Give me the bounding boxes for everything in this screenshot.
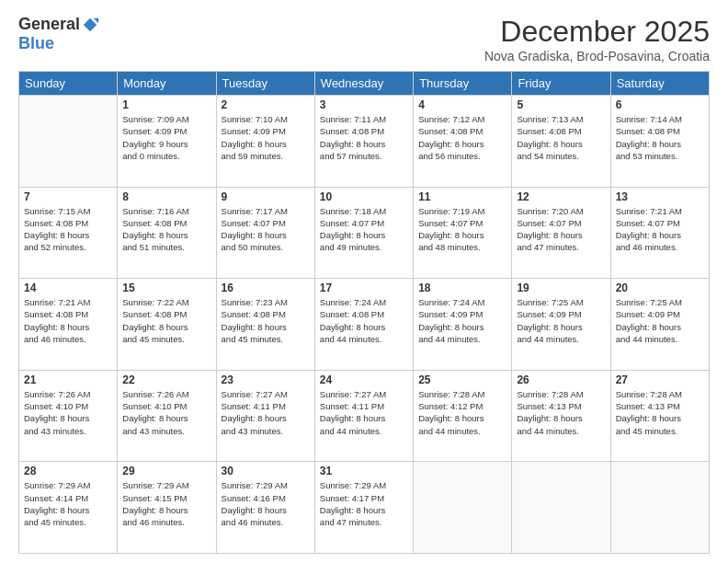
day-number: 21 [24,373,112,386]
day-info: Sunrise: 7:21 AM Sunset: 4:07 PM Dayligh… [616,205,704,254]
calendar-cell: 10Sunrise: 7:18 AM Sunset: 4:07 PM Dayli… [314,187,413,279]
day-info: Sunrise: 7:13 AM Sunset: 4:08 PM Dayligh… [517,113,605,162]
day-number: 18 [418,282,506,294]
day-info: Sunrise: 7:28 AM Sunset: 4:13 PM Dayligh… [517,388,605,437]
weekday-header-friday: Friday [512,72,610,96]
day-info: Sunrise: 7:25 AM Sunset: 4:09 PM Dayligh… [517,296,605,345]
day-info: Sunrise: 7:12 AM Sunset: 4:08 PM Dayligh… [418,113,506,162]
calendar-cell: 31Sunrise: 7:29 AM Sunset: 4:17 PM Dayli… [314,462,413,554]
calendar-cell: 14Sunrise: 7:21 AM Sunset: 4:08 PM Dayli… [19,279,118,371]
day-number: 19 [517,282,605,294]
calendar-cell: 21Sunrise: 7:26 AM Sunset: 4:10 PM Dayli… [19,370,118,462]
day-info: Sunrise: 7:29 AM Sunset: 4:14 PM Dayligh… [24,479,112,528]
weekday-header-tuesday: Tuesday [216,72,314,96]
weekday-header-wednesday: Wednesday [314,72,413,96]
calendar-cell: 29Sunrise: 7:29 AM Sunset: 4:15 PM Dayli… [118,462,216,554]
day-info: Sunrise: 7:24 AM Sunset: 4:09 PM Dayligh… [418,296,506,345]
calendar-cell: 8Sunrise: 7:16 AM Sunset: 4:08 PM Daylig… [118,187,216,279]
day-info: Sunrise: 7:20 AM Sunset: 4:07 PM Dayligh… [517,205,605,254]
day-number: 4 [418,98,506,111]
day-number: 24 [320,373,408,386]
calendar-cell: 23Sunrise: 7:27 AM Sunset: 4:11 PM Dayli… [216,370,314,462]
weekday-header-thursday: Thursday [414,72,512,96]
day-number: 6 [616,98,704,111]
week-row-5: 28Sunrise: 7:29 AM Sunset: 4:14 PM Dayli… [19,462,710,554]
calendar-cell: 16Sunrise: 7:23 AM Sunset: 4:08 PM Dayli… [216,279,314,371]
day-number: 8 [122,190,210,203]
day-info: Sunrise: 7:24 AM Sunset: 4:08 PM Dayligh… [320,296,408,345]
day-number: 11 [418,190,506,203]
calendar-cell: 18Sunrise: 7:24 AM Sunset: 4:09 PM Dayli… [414,279,512,371]
calendar-cell: 24Sunrise: 7:27 AM Sunset: 4:11 PM Dayli… [314,370,413,462]
day-info: Sunrise: 7:25 AM Sunset: 4:09 PM Dayligh… [616,296,704,345]
weekday-header-sunday: Sunday [19,72,118,96]
day-number: 15 [122,282,210,294]
day-number: 22 [122,373,210,386]
day-info: Sunrise: 7:28 AM Sunset: 4:13 PM Dayligh… [616,388,704,437]
day-info: Sunrise: 7:09 AM Sunset: 4:09 PM Dayligh… [122,113,210,162]
calendar-cell: 25Sunrise: 7:28 AM Sunset: 4:12 PM Dayli… [414,370,512,462]
weekday-header-saturday: Saturday [610,72,709,96]
day-info: Sunrise: 7:11 AM Sunset: 4:08 PM Dayligh… [320,113,408,162]
weekday-header-monday: Monday [118,72,216,96]
calendar-cell: 20Sunrise: 7:25 AM Sunset: 4:09 PM Dayli… [610,279,709,371]
day-number: 9 [222,190,310,203]
day-info: Sunrise: 7:21 AM Sunset: 4:08 PM Dayligh… [24,296,112,345]
day-number: 16 [222,282,310,294]
day-info: Sunrise: 7:26 AM Sunset: 4:10 PM Dayligh… [122,388,210,437]
calendar-cell: 3Sunrise: 7:11 AM Sunset: 4:08 PM Daylig… [314,96,413,188]
calendar-cell: 26Sunrise: 7:28 AM Sunset: 4:13 PM Dayli… [512,370,610,462]
calendar-cell: 7Sunrise: 7:15 AM Sunset: 4:08 PM Daylig… [19,187,118,279]
calendar-cell: 19Sunrise: 7:25 AM Sunset: 4:09 PM Dayli… [512,279,610,371]
calendar-cell: 5Sunrise: 7:13 AM Sunset: 4:08 PM Daylig… [512,96,610,188]
calendar-cell: 30Sunrise: 7:29 AM Sunset: 4:16 PM Dayli… [216,462,314,554]
day-number: 23 [222,373,310,386]
day-info: Sunrise: 7:27 AM Sunset: 4:11 PM Dayligh… [222,388,310,437]
calendar-cell: 1Sunrise: 7:09 AM Sunset: 4:09 PM Daylig… [118,96,216,188]
day-info: Sunrise: 7:27 AM Sunset: 4:11 PM Dayligh… [320,388,408,437]
day-number: 7 [24,190,112,203]
month-title: December 2025 [484,15,710,49]
logo-blue-text: Blue [18,34,54,53]
day-number: 31 [320,465,408,477]
calendar-cell [414,462,512,554]
calendar-cell: 15Sunrise: 7:22 AM Sunset: 4:08 PM Dayli… [118,279,216,371]
day-info: Sunrise: 7:23 AM Sunset: 4:08 PM Dayligh… [222,296,310,345]
day-info: Sunrise: 7:29 AM Sunset: 4:17 PM Dayligh… [320,479,408,528]
header: General Blue December 2025 Nova Gradiska… [18,15,710,63]
day-number: 25 [418,373,506,386]
day-info: Sunrise: 7:28 AM Sunset: 4:12 PM Dayligh… [418,388,506,437]
week-row-3: 14Sunrise: 7:21 AM Sunset: 4:08 PM Dayli… [19,279,710,371]
day-number: 3 [320,98,408,111]
logo-general-text: General [18,15,80,34]
day-info: Sunrise: 7:14 AM Sunset: 4:08 PM Dayligh… [616,113,704,162]
calendar-cell: 6Sunrise: 7:14 AM Sunset: 4:08 PM Daylig… [610,96,709,188]
day-info: Sunrise: 7:10 AM Sunset: 4:09 PM Dayligh… [222,113,310,162]
day-info: Sunrise: 7:29 AM Sunset: 4:16 PM Dayligh… [222,479,310,528]
week-row-2: 7Sunrise: 7:15 AM Sunset: 4:08 PM Daylig… [19,187,710,279]
calendar-cell: 11Sunrise: 7:19 AM Sunset: 4:07 PM Dayli… [414,187,512,279]
day-info: Sunrise: 7:17 AM Sunset: 4:07 PM Dayligh… [222,205,310,254]
calendar-cell: 2Sunrise: 7:10 AM Sunset: 4:09 PM Daylig… [216,96,314,188]
day-number: 5 [517,98,605,111]
logo-icon [82,17,98,33]
day-number: 26 [517,373,605,386]
week-row-1: 1Sunrise: 7:09 AM Sunset: 4:09 PM Daylig… [19,96,710,188]
day-number: 1 [122,98,210,111]
logo: General Blue [18,15,98,53]
calendar-cell: 22Sunrise: 7:26 AM Sunset: 4:10 PM Dayli… [118,370,216,462]
day-number: 10 [320,190,408,203]
day-number: 13 [616,190,704,203]
day-info: Sunrise: 7:26 AM Sunset: 4:10 PM Dayligh… [24,388,112,437]
page: General Blue December 2025 Nova Gradiska… [0,0,728,563]
calendar-cell [512,462,610,554]
week-row-4: 21Sunrise: 7:26 AM Sunset: 4:10 PM Dayli… [19,370,710,462]
calendar-cell: 4Sunrise: 7:12 AM Sunset: 4:08 PM Daylig… [414,96,512,188]
title-block: December 2025 Nova Gradiska, Brod-Posavi… [484,15,710,63]
day-number: 14 [24,282,112,294]
day-number: 30 [222,465,310,477]
calendar-cell: 12Sunrise: 7:20 AM Sunset: 4:07 PM Dayli… [512,187,610,279]
day-number: 28 [24,465,112,477]
day-number: 17 [320,282,408,294]
day-number: 12 [517,190,605,203]
